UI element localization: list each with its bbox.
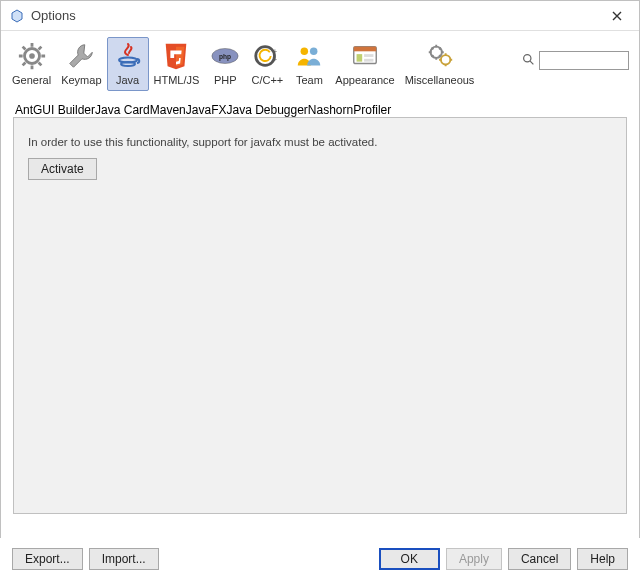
subtab-label: Maven: [150, 103, 186, 117]
activate-button[interactable]: Activate: [28, 158, 97, 180]
subtab-profiler[interactable]: Profiler: [353, 103, 391, 117]
import-button[interactable]: Import...: [89, 548, 159, 570]
category-label: HTML/JS: [154, 74, 200, 86]
subtab-guibuilder[interactable]: GUI Builder: [33, 103, 95, 117]
team-icon: [293, 40, 325, 72]
misc-icon: [424, 40, 456, 72]
category-label: PHP: [214, 74, 237, 86]
category-miscellaneous[interactable]: Miscellaneous: [400, 37, 480, 91]
activation-message: In order to use this functionality, supp…: [28, 136, 612, 148]
help-button[interactable]: Help: [577, 548, 628, 570]
svg-text:php: php: [219, 53, 231, 61]
wrench-icon: [65, 40, 97, 72]
gear-icon: [16, 40, 48, 72]
svg-point-17: [440, 55, 449, 64]
svg-point-3: [121, 62, 135, 66]
subtab-label: GUI Builder: [33, 103, 95, 117]
content-area: Ant GUI Builder Java Card Maven JavaFX J…: [1, 95, 639, 580]
category-label: Team: [296, 74, 323, 86]
category-cpp[interactable]: ++ C/C++: [246, 37, 288, 91]
category-label: General: [12, 74, 51, 86]
svg-point-9: [301, 48, 309, 56]
subtab-javadebugger[interactable]: Java Debugger: [226, 103, 307, 117]
category-label: C/C++: [251, 74, 283, 86]
category-toolbar: General Keymap Java HTML/JS php: [1, 31, 639, 95]
svg-rect-15: [364, 59, 373, 62]
cpp-icon: ++: [251, 40, 283, 72]
search-wrap: [522, 51, 629, 70]
subtab-ant[interactable]: Ant: [15, 103, 33, 117]
category-label: Appearance: [335, 74, 394, 86]
category-general[interactable]: General: [7, 37, 56, 91]
category-php[interactable]: php PHP: [204, 37, 246, 91]
footer: Export... Import... OK Apply Cancel Help: [0, 538, 640, 580]
html5-icon: [160, 40, 192, 72]
svg-point-18: [524, 54, 531, 61]
close-button[interactable]: [603, 5, 631, 27]
subtab-label: JavaFX: [186, 103, 227, 117]
subtab-maven[interactable]: Maven: [150, 103, 186, 117]
subtab-javacard[interactable]: Java Card: [95, 103, 150, 117]
svg-rect-12: [354, 47, 377, 52]
subtab-label: Nashorn: [308, 103, 353, 117]
ok-button[interactable]: OK: [379, 548, 440, 570]
category-label: Java: [116, 74, 139, 86]
subtab-label: Java Debugger: [226, 103, 307, 117]
subtab-label: Profiler: [353, 103, 391, 117]
svg-point-10: [310, 48, 318, 56]
subtab-strip: Ant GUI Builder Java Card Maven JavaFX J…: [13, 103, 627, 118]
appearance-icon: [349, 40, 381, 72]
category-label: Keymap: [61, 74, 101, 86]
options-icon: [9, 8, 25, 24]
subtab-nashorn[interactable]: Nashorn: [308, 103, 353, 117]
subtab-javafx[interactable]: JavaFX: [186, 103, 227, 117]
svg-text:+: +: [273, 55, 278, 64]
category-label: Miscellaneous: [405, 74, 475, 86]
subtab-label: Java Card: [95, 103, 150, 117]
category-appearance[interactable]: Appearance: [330, 37, 399, 91]
subtab-label: Ant: [15, 103, 33, 117]
category-keymap[interactable]: Keymap: [56, 37, 106, 91]
tab-panel: In order to use this functionality, supp…: [13, 118, 627, 514]
svg-rect-13: [357, 54, 363, 62]
category-team[interactable]: Team: [288, 37, 330, 91]
php-icon: php: [209, 40, 241, 72]
window-title: Options: [31, 8, 76, 23]
export-button[interactable]: Export...: [12, 548, 83, 570]
apply-button[interactable]: Apply: [446, 548, 502, 570]
category-htmljs[interactable]: HTML/JS: [149, 37, 205, 91]
cancel-button[interactable]: Cancel: [508, 548, 571, 570]
search-input[interactable]: [539, 51, 629, 70]
svg-point-1: [29, 53, 35, 59]
java-icon: [112, 40, 144, 72]
titlebar: Options: [1, 1, 639, 31]
svg-rect-14: [364, 54, 373, 57]
search-icon: [522, 53, 535, 69]
category-java[interactable]: Java: [107, 37, 149, 91]
